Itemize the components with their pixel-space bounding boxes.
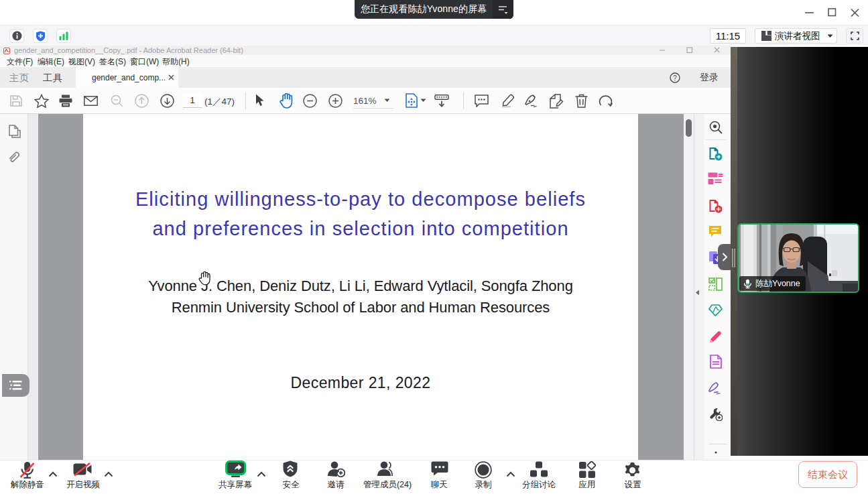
- svg-text:?: ?: [673, 74, 677, 82]
